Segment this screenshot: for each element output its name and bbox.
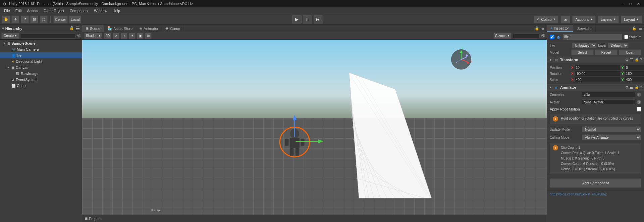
cloud-btn[interactable]: ☁ [560, 15, 570, 24]
project-tab-label[interactable]: Project [89, 217, 100, 221]
animator-menu[interactable]: ☰ [630, 85, 633, 90]
transform-header[interactable]: ▼ ⊞ Transform ⚙ ☰ 🔒 ? [547, 56, 644, 63]
transform-lock[interactable]: 🔒 [635, 58, 639, 62]
animator-lock[interactable]: 🔒 [635, 85, 639, 90]
tab-assetstore[interactable]: 🏪 Asset Store [104, 25, 136, 32]
inspector-lock[interactable]: 🔒 [632, 26, 637, 31]
object-name-field[interactable] [562, 34, 622, 40]
object-active-checkbox[interactable] [550, 35, 554, 39]
shading-dropdown[interactable]: Shaded ▼ [84, 33, 102, 39]
static-arrow[interactable]: ▼ [639, 36, 641, 39]
open-btn[interactable]: Open [619, 49, 641, 55]
update-select[interactable]: Normal [582, 126, 641, 132]
hierarchy-item-file[interactable]: 👤 file [0, 52, 82, 58]
hierarchy-item-cube[interactable]: ⬜ Cube [0, 83, 82, 89]
menu-file[interactable]: File [1, 8, 13, 13]
inspector-more[interactable]: ☰ [639, 26, 642, 31]
layer-select[interactable]: Default [608, 43, 629, 48]
hierarchy-item-rawimage[interactable]: 🖼 RawImage [0, 71, 82, 77]
tool-rotate[interactable]: ↺ [21, 15, 29, 24]
hierarchy-search[interactable] [21, 33, 75, 39]
menu-window[interactable]: Window [91, 8, 110, 13]
menu-gameobject[interactable]: GameObject [41, 8, 67, 13]
minimize-btn[interactable]: ─ [622, 2, 624, 6]
apply-root-label: Apply Root Motion [550, 107, 635, 111]
transform-question[interactable]: ? [640, 58, 642, 62]
tab-scene[interactable]: ⊞ Scene [82, 25, 104, 32]
tag-select[interactable]: Untagged [572, 43, 597, 48]
grid-toggle[interactable]: ⊞ [145, 33, 152, 39]
static-check: Static ▼ [624, 35, 641, 39]
hierarchy-menu[interactable]: ☰ [75, 26, 80, 31]
hierarchy-item-canvas[interactable]: ▼ ▦ Canvas [0, 64, 82, 71]
light-toggle[interactable]: ☀ [113, 33, 119, 39]
clip-info-icon: ! [553, 145, 558, 150]
tool-scale[interactable]: ⊡ [30, 15, 38, 24]
tab-game[interactable]: ◉ Game [162, 25, 184, 32]
scene-search[interactable] [513, 33, 540, 39]
fx-toggle[interactable]: ✦ [129, 33, 136, 39]
static-checkbox[interactable] [624, 35, 628, 39]
culling-select[interactable]: Always Animate [582, 134, 641, 140]
menu-assets[interactable]: Assets [24, 8, 41, 13]
2d-btn[interactable]: 2D [104, 33, 111, 39]
collab-btn[interactable]: ✓ Collab ▼ [534, 15, 558, 24]
pivot-btn[interactable]: Center [53, 15, 68, 24]
transform-settings[interactable]: ⚙ [625, 58, 629, 62]
layers-btn[interactable]: Layers ▼ [598, 15, 619, 24]
hierarchy-lock[interactable]: 🔒 [69, 26, 74, 31]
audio-toggle[interactable]: ♪ [121, 33, 127, 39]
controller-field[interactable] [582, 92, 635, 97]
tab-services[interactable]: Services [573, 25, 596, 32]
viewport-menu[interactable]: ☰ [541, 26, 545, 31]
scene-tab-label: Scene [90, 27, 100, 31]
create-label: Create [4, 34, 14, 38]
menu-component[interactable]: Component [67, 8, 91, 13]
close-btn[interactable]: ✕ [637, 2, 640, 6]
rot-y-field: Y [622, 71, 644, 76]
space-btn[interactable]: Local [69, 15, 81, 24]
hierarchy-item-eventsystem[interactable]: ⚙ EventSystem [0, 77, 82, 83]
tab-inspector[interactable]: ℹ Inspector [547, 25, 573, 32]
step-btn[interactable]: ⏭ [314, 15, 323, 24]
tool-rect[interactable]: ◎ [40, 15, 48, 24]
maximize-btn[interactable]: □ [629, 2, 632, 6]
apply-root-checkbox[interactable] [637, 107, 641, 112]
camera-toggle[interactable]: ▣ [137, 33, 144, 39]
transform-menu[interactable]: ☰ [630, 58, 633, 62]
hierarchy-item-scene[interactable]: ▼ ⊞ SampleScene [0, 40, 82, 46]
play-btn[interactable]: ▶ [292, 15, 302, 24]
tool-move[interactable]: ✛ [11, 15, 19, 24]
select-btn[interactable]: Select [571, 49, 594, 55]
add-component-btn[interactable]: Add Component [550, 178, 641, 188]
inspector-menu[interactable]: 🔒 ☰ [630, 25, 644, 32]
layout-btn[interactable]: Layout ▼ [621, 15, 642, 24]
controller-circle[interactable]: ◎ [637, 92, 641, 97]
gizmos-btn[interactable]: Gizmos ▼ [493, 33, 512, 39]
create-btn[interactable]: Create ▼ [1, 33, 19, 39]
pause-btn[interactable]: ⏸ [303, 15, 312, 24]
hierarchy-item-maincamera[interactable]: 📷 Main Camera [0, 46, 82, 52]
animator-question[interactable]: ? [640, 85, 642, 90]
revert-btn[interactable]: Revert [595, 49, 618, 55]
hierarchy-item-dirlight[interactable]: ☀ Directional Light [0, 58, 82, 64]
tool-hand[interactable]: ✋ [2, 15, 10, 24]
rot-x-input[interactable] [574, 71, 620, 76]
cube-label: Cube [17, 84, 25, 88]
avatar-circle[interactable]: ◎ [637, 100, 641, 104]
pos-y-input[interactable] [624, 65, 644, 70]
menu-edit[interactable]: Edit [13, 8, 24, 13]
animator-header[interactable]: ▼ ◈ Animator ⚙ ☰ 🔒 ? [547, 84, 644, 91]
animator-settings[interactable]: ⚙ [625, 85, 629, 90]
avatar-field[interactable] [582, 99, 635, 105]
menu-help[interactable]: Help [110, 8, 123, 13]
account-btn[interactable]: Account ▼ [572, 15, 596, 24]
3d-viewport[interactable]: Y X Z Persp [82, 40, 547, 215]
viewport-lock[interactable]: 🔒 [535, 26, 539, 31]
info-icon: ! [553, 116, 558, 122]
tab-animator[interactable]: ◈ Animator [136, 25, 162, 32]
pos-x-input[interactable] [574, 65, 620, 70]
rot-y-input[interactable] [624, 71, 644, 76]
scale-y-input[interactable] [624, 77, 644, 82]
scale-x-input[interactable] [574, 77, 620, 82]
